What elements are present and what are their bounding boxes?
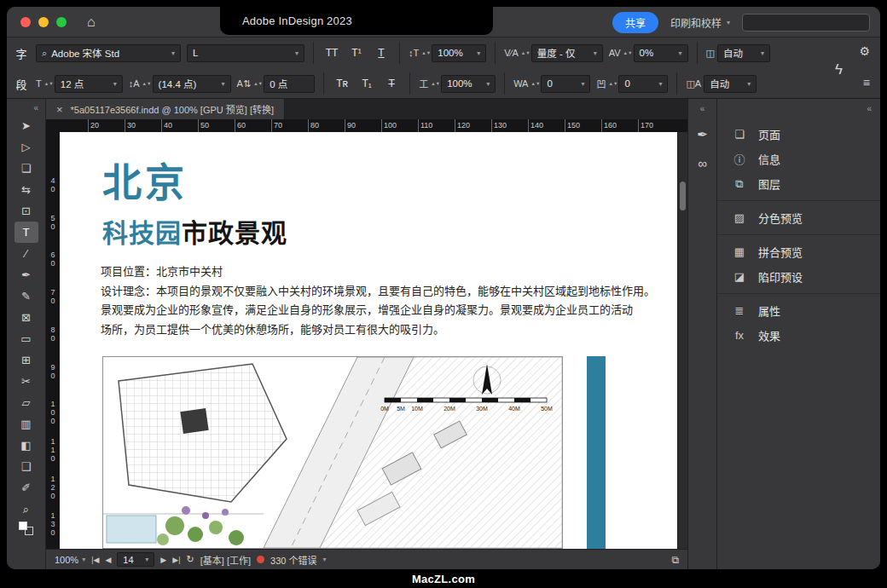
horizontal-ruler[interactable]: 2030405060708090100110120130140150160170: [46, 119, 687, 132]
vertical-scrollbar[interactable]: [677, 132, 687, 549]
site-plan-image[interactable]: 0M 5M 10M 20M 30M 40M 50M: [102, 356, 563, 549]
scale-label: 50M: [541, 406, 553, 412]
leading-input[interactable]: (14.4 点) ▾: [153, 75, 231, 93]
paragraph-formatting-tab[interactable]: 段: [7, 68, 36, 99]
stepper[interactable]: ▲▼: [530, 82, 538, 86]
trap-presets-panel-item[interactable]: ◪ 陷印预设: [717, 264, 880, 289]
eyedropper-tool-icon[interactable]: ✐: [14, 477, 38, 499]
search-input[interactable]: [742, 14, 870, 32]
character-formatting-tab[interactable]: 字: [7, 37, 36, 68]
vertical-ruler[interactable]: 405060708090100110120130: [46, 132, 60, 549]
zoom-window-button[interactable]: [56, 17, 67, 27]
attributes-panel-item[interactable]: ≣ 属性: [717, 298, 880, 323]
gap-tool-icon[interactable]: ⇆: [14, 179, 38, 200]
word-spacing-input[interactable]: 0 ▾: [541, 75, 590, 93]
info-panel-item[interactable]: ⓘ 信息: [717, 147, 880, 171]
fill-stroke-swatches[interactable]: [19, 522, 34, 535]
underline-button[interactable]: T: [372, 44, 391, 62]
pen-panel-icon[interactable]: ✒: [697, 127, 708, 142]
scale-label: 20M: [444, 406, 455, 412]
polygon-tool-icon[interactable]: ⊞: [14, 349, 38, 371]
grid-chars-select-1[interactable]: 自动 ▾: [717, 44, 770, 62]
error-count[interactable]: 330 个错误: [270, 553, 316, 567]
home-icon[interactable]: ⌂: [87, 15, 96, 29]
zoom-tool-icon[interactable]: ⌕: [14, 499, 38, 520]
strikethrough-button[interactable]: T: [382, 75, 401, 93]
next-page-button[interactable]: ▶: [160, 556, 166, 564]
stepper[interactable]: ▲▼: [44, 82, 52, 86]
page-number-select[interactable]: 14 ▾: [117, 552, 154, 567]
stepper[interactable]: ▲▼: [253, 82, 261, 86]
settings-gear-icon[interactable]: ⚙: [859, 44, 870, 58]
flattener-preview-panel-item[interactable]: ▦ 拼合预览: [717, 239, 880, 264]
canvas-row: 405060708090100110120130 北京 科技园市政景观 项目位置…: [46, 132, 687, 549]
previous-page-button[interactable]: ◀: [105, 556, 111, 564]
pages-panel-item[interactable]: ❏ 页面: [717, 122, 880, 147]
last-page-button[interactable]: ▶|: [172, 556, 180, 564]
title-notch: Adobe InDesign 2023: [220, 7, 493, 35]
separations-preview-panel-item[interactable]: ▨ 分色预览: [717, 205, 880, 230]
pencil-tool-icon[interactable]: ✎: [14, 285, 38, 307]
document-page[interactable]: 北京 科技园市政景观 项目位置：北京市中关村设计理念：本项目的景观不仅要融入中关…: [60, 132, 677, 549]
grid-chars-select-2[interactable]: 自动 ▾: [704, 75, 757, 93]
links-panel-icon[interactable]: ∞: [698, 156, 707, 170]
note-tool-icon[interactable]: ❑: [14, 456, 38, 477]
horizontal-scale-input[interactable]: 100% ▾: [441, 75, 496, 93]
page-tool-icon[interactable]: ❏: [14, 158, 38, 179]
gradient-feather-tool-icon[interactable]: ◧: [14, 435, 38, 456]
line-tool-icon[interactable]: ∕: [14, 243, 38, 264]
tracking-input[interactable]: 0% ▾: [634, 44, 688, 62]
free-transform-tool-icon[interactable]: ▱: [14, 392, 38, 413]
minimize-window-button[interactable]: [38, 17, 49, 27]
page-body-text: 项目位置：北京市中关村设计理念：本项目的景观不仅要融入中关村的环境景观，且要有自…: [101, 262, 655, 339]
chevron-down-icon[interactable]: ▾: [322, 556, 326, 563]
rectangle-frame-tool-icon[interactable]: ⊠: [14, 307, 38, 328]
superscript-button[interactable]: T¹: [347, 44, 366, 62]
quick-apply-icon[interactable]: ϟ: [835, 61, 843, 78]
type-tool-icon[interactable]: T: [14, 222, 38, 243]
collapse-tools-icon[interactable]: «: [33, 103, 45, 112]
rectangle-tool-icon[interactable]: ▭: [14, 328, 38, 349]
panel-menu-icon[interactable]: ≡: [863, 76, 870, 89]
kerning-input[interactable]: 量度 - 仅 ▾: [531, 44, 603, 62]
stepper[interactable]: ▲▼: [521, 51, 529, 55]
stepper[interactable]: ▲▼: [608, 82, 616, 86]
layers-panel-item[interactable]: ⧉ 图层: [717, 171, 880, 196]
font-size-input[interactable]: 12 点 ▾: [55, 75, 123, 93]
close-window-button[interactable]: [20, 17, 31, 27]
vertical-scale-input[interactable]: 100% ▾: [432, 44, 486, 62]
preflight-refresh-icon[interactable]: ↻: [187, 554, 194, 565]
stepper[interactable]: ▲▼: [431, 82, 438, 86]
pen-tool-icon[interactable]: ✒: [14, 264, 38, 285]
font-family-select[interactable]: ⌕ Adobe 宋体 Std ▾: [36, 44, 181, 62]
preview-windows-icon[interactable]: ⧉: [671, 554, 679, 566]
collapse-dock-icon[interactable]: «: [867, 104, 872, 113]
direct-selection-tool-icon[interactable]: ▷: [14, 136, 38, 158]
stepper[interactable]: ▲▼: [142, 82, 150, 86]
baseline-shift-input[interactable]: 0 点: [264, 75, 315, 93]
workspace-dropdown[interactable]: 印刷和校样 ▾: [670, 15, 730, 30]
share-button[interactable]: 共享: [612, 12, 658, 33]
subscript-button[interactable]: T₁: [357, 75, 376, 93]
teal-accent-bar[interactable]: [587, 356, 606, 549]
zoom-level-select[interactable]: 100% ▾: [55, 555, 85, 565]
effects-panel-item[interactable]: fx 效果: [717, 323, 880, 348]
stepper[interactable]: ▲▼: [421, 51, 429, 55]
document-tab[interactable]: × *5a05117e3566f.indd @ 100% [GPU 预览] [转…: [46, 99, 285, 119]
letter-spacing-input[interactable]: 0 ▾: [618, 75, 668, 93]
content-collector-tool-icon[interactable]: ⊡: [14, 200, 38, 222]
all-caps-button[interactable]: TT: [322, 44, 341, 62]
font-style-select[interactable]: L ▾: [187, 44, 304, 62]
preflight-profile[interactable]: [基本] [工作]: [200, 553, 251, 567]
fill-swatch[interactable]: [19, 522, 27, 530]
close-icon[interactable]: ×: [56, 103, 63, 116]
first-page-button[interactable]: |◀: [91, 556, 99, 564]
expand-dock-icon[interactable]: «: [700, 104, 705, 113]
scissors-tool-icon[interactable]: ✂: [14, 371, 38, 392]
gradient-swatch-tool-icon[interactable]: ▥: [14, 413, 38, 435]
chevron-down-icon: ▾: [477, 49, 480, 57]
scrollbar-thumb[interactable]: [680, 182, 686, 210]
selection-tool-icon[interactable]: ➤: [14, 115, 38, 136]
stepper[interactable]: ▲▼: [623, 51, 631, 55]
small-caps-button[interactable]: Tʀ: [333, 75, 351, 93]
